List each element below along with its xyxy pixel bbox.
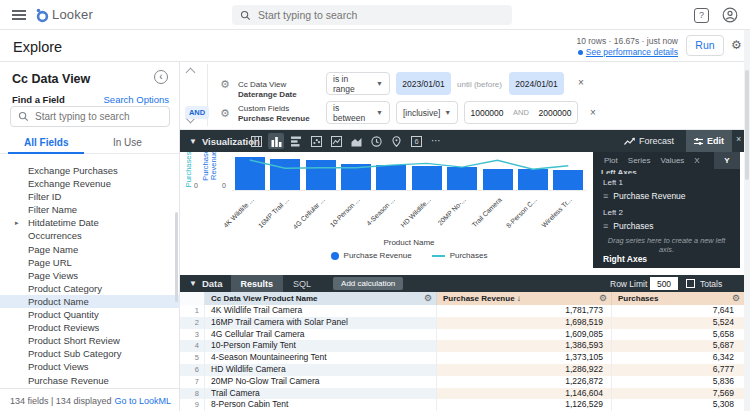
filter1-start-date[interactable]: 2023/01/01: [396, 72, 451, 95]
purchase-revenue-cell[interactable]: 1,698,519: [437, 317, 612, 329]
purchases-cell[interactable]: 6,342: [612, 352, 744, 364]
filter1-end-date[interactable]: 2024/01/01: [509, 72, 564, 95]
field-item[interactable]: Page Views: [0, 269, 180, 282]
row-number-cell[interactable]: 6: [180, 364, 205, 376]
collapse-data-icon[interactable]: ▼: [189, 279, 197, 288]
run-button[interactable]: Run: [686, 35, 724, 56]
tab-plot[interactable]: Plot: [604, 156, 618, 165]
purchases-cell[interactable]: 7,569: [612, 388, 744, 400]
tab-x[interactable]: X: [694, 156, 699, 165]
field-item[interactable]: Product Sub Category: [0, 347, 180, 360]
row-number-cell[interactable]: 8: [180, 388, 205, 400]
filter2-max-input[interactable]: 2000000: [533, 108, 577, 118]
window-scrollbar[interactable]: [744, 30, 750, 411]
row-number-cell[interactable]: 5: [180, 352, 205, 364]
purchase-revenue-cell[interactable]: 1,609,085: [437, 329, 612, 341]
field-item[interactable]: Occurrences: [0, 229, 180, 242]
explore-gear-icon[interactable]: ⚙: [731, 39, 742, 51]
field-item[interactable]: ▸Hitdatetime Date: [0, 216, 180, 229]
filter1-condition-select[interactable]: is in range▼: [326, 72, 390, 95]
add-calculation-button[interactable]: Add calculation: [333, 277, 403, 290]
table-row[interactable]: 14K Wildlife Trail Camera1,781,7737,641: [180, 305, 744, 317]
table-row[interactable]: 34G Cellular Trail Camera1,609,0855,658: [180, 329, 744, 341]
account-icon[interactable]: [722, 7, 738, 23]
field-item[interactable]: Page URL: [0, 256, 180, 269]
tab-in-use[interactable]: In Use: [113, 137, 142, 148]
field-item[interactable]: Filter ID: [0, 190, 180, 203]
row-number-cell[interactable]: 7: [180, 376, 205, 388]
field-item[interactable]: Product Views: [0, 360, 180, 373]
row-limit-input[interactable]: [650, 277, 678, 290]
collapse-sidebar-icon[interactable]: ‹: [154, 70, 168, 84]
field-item[interactable]: Product Reviews: [0, 321, 180, 334]
field-item[interactable]: Page Name: [0, 243, 180, 256]
filter2-remove-icon[interactable]: ×: [590, 107, 596, 118]
purchase-revenue-cell[interactable]: 1,373,105: [437, 352, 612, 364]
purchases-cell[interactable]: 6,777: [612, 364, 744, 376]
tab-series[interactable]: Series: [628, 156, 651, 165]
purchase-revenue-cell[interactable]: 1,146,604: [437, 388, 612, 400]
purchases-cell[interactable]: 5,836: [612, 376, 744, 388]
purchases-cell[interactable]: 7,641: [612, 305, 744, 317]
product-name-cell[interactable]: HD Wildlife Camera: [205, 364, 437, 376]
area-chart-icon[interactable]: [348, 133, 364, 149]
product-name-cell[interactable]: 4G Cellular Trail Camera: [205, 329, 437, 341]
global-search[interactable]: [232, 5, 512, 25]
purchases-cell[interactable]: 5,687: [612, 340, 744, 352]
product-name-cell[interactable]: 4-Season Mountaineering Tent: [205, 352, 437, 364]
global-search-input[interactable]: [258, 9, 504, 21]
timeline-chart-icon[interactable]: [368, 133, 384, 149]
edit-button[interactable]: Edit: [686, 130, 732, 152]
tab-all-fields[interactable]: All Fields: [24, 137, 68, 148]
go-to-lookml-link[interactable]: Go to LookML: [114, 396, 171, 406]
column-header-purchases[interactable]: Purchases ⚙: [612, 292, 744, 305]
scrollbar-thumb[interactable]: [745, 70, 749, 180]
filter1-remove-icon[interactable]: ×: [578, 77, 584, 88]
row-number-cell[interactable]: 4: [180, 340, 205, 352]
table-row[interactable]: 720MP No-Glow Trail Camera1,226,8725,836: [180, 376, 744, 388]
table-row[interactable]: 6HD Wildlife Camera1,286,9226,777: [180, 364, 744, 376]
search-options-link[interactable]: Search Options: [104, 94, 169, 105]
column-header-purchase-revenue[interactable]: Purchase Revenue ↓ ⚙: [437, 292, 612, 305]
purchases-cell[interactable]: 5,524: [612, 317, 744, 329]
menu-icon[interactable]: [12, 10, 26, 20]
table-row[interactable]: 410-Person Family Tent1,386,5935,687: [180, 340, 744, 352]
purchase-revenue-cell[interactable]: 1,126,529: [437, 399, 612, 411]
help-icon[interactable]: ?: [694, 8, 709, 23]
series-chip-purchases[interactable]: ≡ Purchases: [603, 219, 731, 232]
field-item[interactable]: Product Category: [0, 282, 180, 295]
bar-chart-icon[interactable]: [268, 133, 284, 149]
more-chart-icon[interactable]: ⋯: [428, 133, 444, 149]
purchases-cell[interactable]: 5,658: [612, 329, 744, 341]
purchase-revenue-cell[interactable]: 1,226,872: [437, 376, 612, 388]
field-item[interactable]: Filter Name: [0, 203, 180, 216]
tab-y[interactable]: Y: [714, 152, 740, 169]
expand-arrow-icon[interactable]: ▸: [15, 216, 19, 229]
product-name-cell[interactable]: 16MP Trail Camera with Solar Panel: [205, 317, 437, 329]
legend-item-purchases[interactable]: Purchases: [432, 251, 488, 260]
filter2-gear-icon[interactable]: ⚙: [220, 107, 230, 120]
tab-sql[interactable]: SQL: [283, 275, 321, 292]
field-item[interactable]: Product Quantity: [0, 308, 180, 321]
performance-link[interactable]: See performance details: [578, 47, 678, 57]
column-gear-icon[interactable]: ⚙: [424, 292, 432, 305]
column-header-product-name[interactable]: Cc Data View Product Name ⚙: [205, 292, 437, 305]
table-row[interactable]: 54-Season Mountaineering Tent1,373,1056,…: [180, 352, 744, 364]
purchases-cell[interactable]: 5,308: [612, 399, 744, 411]
product-name-cell[interactable]: 4K Wildlife Trail Camera: [205, 305, 437, 317]
collapse-viz-icon[interactable]: ▼: [189, 137, 197, 146]
field-search-input[interactable]: [35, 111, 162, 122]
table-chart-icon[interactable]: [248, 133, 264, 149]
chevron-up-icon[interactable]: [186, 68, 196, 78]
line-chart-icon[interactable]: [328, 133, 344, 149]
table-row[interactable]: 98-Person Cabin Tent1,126,5295,308: [180, 399, 744, 411]
column-gear-icon[interactable]: ⚙: [599, 292, 607, 305]
row-number-cell[interactable]: 1: [180, 305, 205, 317]
scatter-chart-icon[interactable]: [308, 133, 324, 149]
totals-checkbox[interactable]: [686, 279, 695, 288]
table-row[interactable]: 216MP Trail Camera with Solar Panel1,698…: [180, 317, 744, 329]
tab-values[interactable]: Values: [660, 156, 684, 165]
column-gear-icon[interactable]: ⚙: [732, 292, 740, 305]
field-item[interactable]: Product Short Review: [0, 334, 180, 347]
table-row[interactable]: 8Trail Camera1,146,6047,569: [180, 388, 744, 400]
